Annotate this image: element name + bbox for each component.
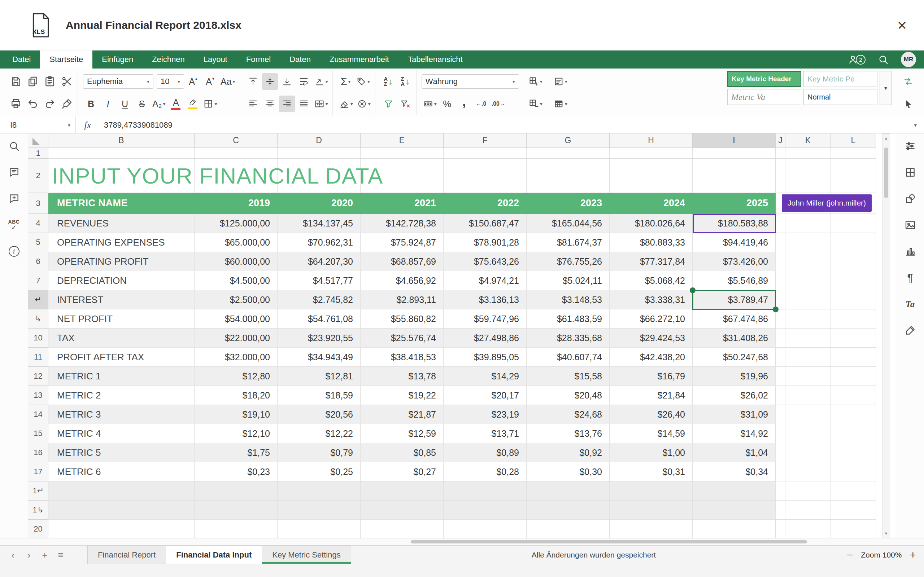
cell[interactable] xyxy=(775,405,785,424)
align-top-button[interactable] xyxy=(245,73,261,90)
table-header-cell[interactable]: 2024 xyxy=(610,193,693,214)
value-cell[interactable]: $13,71 xyxy=(444,424,527,443)
font-name-select[interactable]: Euphemia▾ xyxy=(83,74,153,89)
cell[interactable] xyxy=(785,462,831,482)
cell[interactable] xyxy=(785,424,831,443)
cell[interactable] xyxy=(527,148,610,159)
cell[interactable] xyxy=(48,148,195,159)
value-cell[interactable]: $0,92 xyxy=(527,443,610,462)
cell[interactable] xyxy=(785,233,831,252)
value-cell[interactable]: $54.761,08 xyxy=(278,309,360,329)
name-box[interactable]: I8 ▾ xyxy=(0,117,76,133)
metric-name-cell[interactable]: OPERATING EXPENSES xyxy=(48,233,195,252)
cell[interactable] xyxy=(831,271,876,290)
zoom-out-button[interactable]: − xyxy=(847,550,853,561)
value-cell[interactable]: $26,02 xyxy=(693,386,775,405)
value-cell[interactable]: $77.317,84 xyxy=(610,252,693,271)
cell[interactable] xyxy=(785,148,831,159)
value-cell[interactable]: $21,84 xyxy=(610,386,693,405)
sidebar-about-button[interactable]: i xyxy=(5,243,23,259)
row-header-6[interactable]: 6 xyxy=(28,252,48,271)
row-header-14[interactable]: 14 xyxy=(28,405,48,424)
table-header-cell[interactable]: 2020 xyxy=(278,193,360,214)
scroll-up-icon[interactable]: ▲ xyxy=(884,134,888,142)
value-cell[interactable]: $20,56 xyxy=(278,405,360,424)
value-cell[interactable]: $0,79 xyxy=(278,443,360,462)
cell[interactable] xyxy=(785,501,831,520)
cell[interactable] xyxy=(693,501,775,520)
value-cell[interactable]: $13,78 xyxy=(360,367,444,386)
table-header-cell[interactable]: 2022 xyxy=(444,193,527,214)
value-cell[interactable]: $142.728,38 xyxy=(360,214,444,233)
save-button[interactable] xyxy=(8,73,24,90)
value-cell[interactable]: $39.895,05 xyxy=(444,348,527,367)
shape-settings-button[interactable] xyxy=(901,190,919,207)
cell[interactable] xyxy=(360,501,444,520)
align-bottom-button[interactable] xyxy=(279,73,295,90)
sort-descending-button[interactable]: ZA↓ xyxy=(397,73,413,90)
formula-bar-expand-icon[interactable]: ▾ xyxy=(914,122,924,128)
row-header-17[interactable]: 17 xyxy=(28,462,48,482)
row-header-18[interactable]: 1↵ xyxy=(28,482,48,501)
formula-input[interactable]: 3789,47339081089 xyxy=(100,121,914,130)
column-header-e[interactable]: E xyxy=(360,134,444,148)
cell[interactable] xyxy=(610,520,693,538)
value-cell[interactable]: $4.500,00 xyxy=(195,271,278,290)
column-header-l[interactable]: L xyxy=(831,134,876,148)
sidebar-spellcheck-button[interactable]: ABC✓ xyxy=(5,217,23,233)
menu-tab-startseite[interactable]: Startseite xyxy=(40,50,92,69)
cell[interactable] xyxy=(278,501,360,520)
value-cell[interactable]: $5.546,89 xyxy=(693,271,775,290)
vertical-scrollbar-thumb[interactable] xyxy=(884,148,888,198)
value-cell[interactable]: $134.137,45 xyxy=(278,214,360,233)
cell[interactable] xyxy=(610,148,693,159)
value-cell[interactable]: $26,40 xyxy=(610,405,693,424)
add-sheet-button[interactable]: + xyxy=(37,546,53,564)
column-header-j[interactable]: J xyxy=(775,134,785,148)
clear-format-button[interactable]: ▾ xyxy=(355,95,372,112)
value-cell[interactable]: $75.924,87 xyxy=(360,233,444,252)
menu-tab-layout[interactable]: Layout xyxy=(194,50,237,69)
cell[interactable] xyxy=(775,482,785,501)
cell[interactable] xyxy=(775,424,785,443)
value-cell[interactable]: $29.424,53 xyxy=(610,329,693,348)
value-cell[interactable]: $3.338,31 xyxy=(610,290,693,309)
zoom-level[interactable]: Zoom 100% xyxy=(861,551,901,559)
value-cell[interactable]: $60.000,00 xyxy=(195,252,278,271)
cell[interactable] xyxy=(775,159,785,193)
value-cell[interactable]: $21,87 xyxy=(360,405,444,424)
value-cell[interactable]: $20,48 xyxy=(527,386,610,405)
cell[interactable] xyxy=(48,482,195,501)
value-cell[interactable]: $54.000,00 xyxy=(195,309,278,329)
value-cell[interactable]: $18,20 xyxy=(195,386,278,405)
value-cell[interactable]: $23.920,55 xyxy=(278,329,360,348)
column-header-d[interactable]: D xyxy=(278,134,360,148)
cell[interactable] xyxy=(775,520,785,538)
font-color-button[interactable]: A xyxy=(168,95,184,112)
cell[interactable] xyxy=(444,148,527,159)
value-cell[interactable]: $1,75 xyxy=(195,443,278,462)
value-cell[interactable]: $2.500,00 xyxy=(195,290,278,309)
cell[interactable] xyxy=(775,214,785,233)
metric-name-cell[interactable]: METRIC 4 xyxy=(48,424,195,443)
orientation-button[interactable]: ▾ xyxy=(313,73,330,90)
value-cell[interactable]: $67.474,86 xyxy=(693,309,775,329)
cell[interactable] xyxy=(360,482,444,501)
cell[interactable] xyxy=(831,233,876,252)
cell[interactable] xyxy=(360,520,444,538)
cell[interactable] xyxy=(693,482,775,501)
value-cell[interactable]: $64.207,30 xyxy=(278,252,360,271)
autosum-button[interactable]: Σ▾ xyxy=(338,73,354,90)
find-replace-button[interactable] xyxy=(900,73,916,90)
value-cell[interactable]: $0,31 xyxy=(610,462,693,482)
cell[interactable] xyxy=(831,462,876,482)
column-header-c[interactable]: C xyxy=(195,134,278,148)
cell[interactable] xyxy=(785,405,831,424)
row-header-3[interactable]: 3 xyxy=(28,193,48,214)
value-cell[interactable]: $0,34 xyxy=(693,462,775,482)
cell[interactable] xyxy=(775,252,785,271)
value-cell[interactable]: $14,59 xyxy=(610,424,693,443)
cell[interactable] xyxy=(195,148,278,159)
cell[interactable] xyxy=(831,443,876,462)
menu-tab-formel[interactable]: Formel xyxy=(237,50,280,69)
